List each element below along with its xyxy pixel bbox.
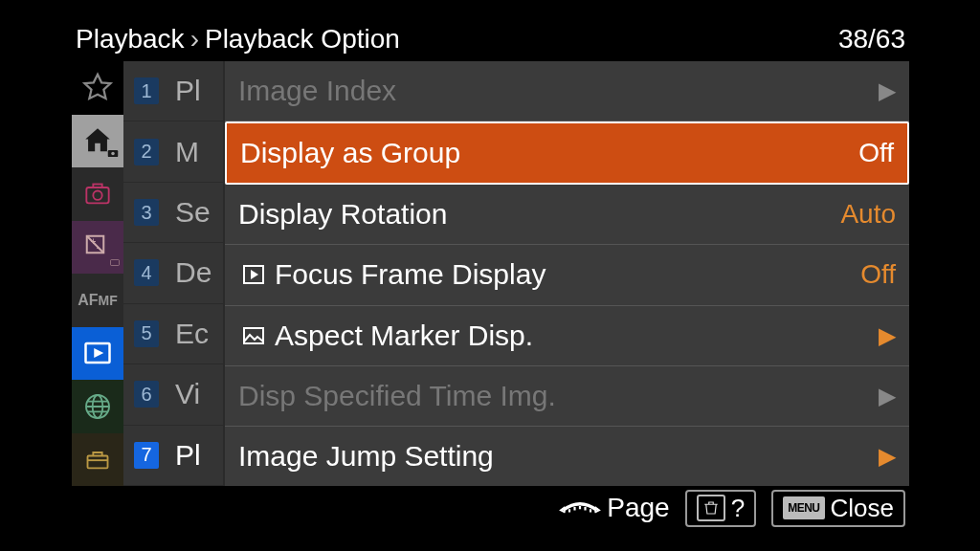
menu-icon: MENU [783,496,824,519]
breadcrumb-root: Playback [76,24,185,55]
svg-rect-14 [244,328,263,343]
trash-icon [697,495,725,521]
peek-label: Pl [169,426,223,486]
sidebar-shooting[interactable] [72,167,123,221]
subpage-3[interactable]: 3 [123,183,169,243]
globe-icon [80,389,115,424]
svg-point-1 [111,152,115,156]
footer-bar: Page ? MENU Close [72,486,909,530]
close-label: Close [831,494,894,523]
peek-label: De [169,243,223,303]
picture-icon [238,323,269,348]
svg-rect-2 [86,187,108,203]
svg-text:+: + [91,236,97,247]
category-sidebar: +- AFMF [72,61,123,486]
settings-panel: Image Index ▶ Display as Group Off Displ… [223,61,909,486]
peek-label: Ec [169,304,223,364]
chevron-right-icon: ▶ [879,322,896,349]
num-badge: 2 [134,139,159,165]
camera-badge-icon [108,254,122,272]
chevron-right-icon: ▶ [879,443,896,470]
subpage-4[interactable]: 4 [123,243,169,303]
menu-header: Playback › Playback Option 38/63 [72,21,909,61]
row-label: Display as Group [240,137,460,169]
sidebar-focus[interactable]: AFMF [72,274,123,327]
row-focus-frame-display[interactable]: Focus Frame Display Off [225,245,909,305]
subpage-5[interactable]: 5 [123,304,169,364]
svg-rect-8 [111,260,120,266]
breadcrumb: Playback › Playback Option [76,24,400,55]
num-badge: 6 [134,381,159,408]
num-badge: 7 [134,442,159,469]
row-display-as-group[interactable]: Display as Group Off [225,121,909,185]
play-box-icon [238,262,269,287]
row-label: Focus Frame Display [275,258,546,291]
menu-body: +- AFMF [72,61,909,486]
afmf-icon: AFMF [80,283,115,318]
peek-label: Se [169,183,223,243]
row-label: Aspect Marker Disp. [275,320,533,352]
num-badge: 5 [134,320,159,347]
row-label: Image Index [238,75,396,107]
chevron-right-icon: ▶ [879,77,896,104]
row-label: Disp Specified Time Img. [238,380,556,412]
toolbox-icon [80,442,115,476]
num-badge: 1 [134,77,159,104]
row-disp-specified-time-img[interactable]: Disp Specified Time Img. ▶ [225,366,909,427]
chevron-right-icon: ▶ [879,383,896,409]
row-image-index[interactable]: Image Index ▶ [225,61,909,121]
svg-text:-: - [97,242,100,253]
subpage-number-column: 1 2 3 4 5 6 7 [123,61,169,486]
row-image-jump-setting[interactable]: Image Jump Setting ▶ [225,427,909,486]
num-badge: 4 [134,259,159,286]
subpage-2[interactable]: 2 [123,121,169,182]
sidebar-main[interactable] [72,115,123,168]
row-aspect-marker-disp[interactable]: Aspect Marker Disp. ▶ [225,306,909,366]
row-value: Off [858,138,894,168]
row-value: Auto [840,199,896,230]
svg-rect-4 [93,184,101,187]
num-badge: 3 [134,199,159,226]
subpage-7[interactable]: 7 [123,426,169,486]
page-hint-label: Page [607,493,669,523]
subpage-1[interactable]: 1 [123,61,169,121]
sidebar-playback[interactable] [72,327,123,381]
subpage-6[interactable]: 6 [123,364,169,425]
svg-rect-12 [88,456,108,469]
row-display-rotation[interactable]: Display Rotation Auto [225,185,909,245]
peek-label: M [169,121,223,182]
breadcrumb-separator: › [190,24,199,55]
help-label: ? [731,494,745,523]
row-value: Off [860,259,896,290]
peek-label: Pl [169,61,223,121]
star-icon [80,71,115,105]
svg-point-3 [93,190,101,199]
sidebar-favorites[interactable] [72,61,123,115]
row-label: Display Rotation [238,198,447,231]
breadcrumb-current: Playback Option [205,24,400,55]
sidebar-exposure[interactable]: +- [72,221,123,275]
row-label: Image Jump Setting [238,440,494,473]
sidebar-setup[interactable] [72,433,123,487]
page-counter: 38/63 [838,24,905,55]
subpage-label-peek: Pl M Se De Ec Vi Pl [169,61,223,486]
page-hint: Page [559,493,669,523]
camera-menu-screen: Playback › Playback Option 38/63 [72,21,909,530]
camera-icon [80,177,115,211]
close-button[interactable]: MENU Close [771,490,905,527]
help-button[interactable]: ? [685,490,756,527]
peek-label: Vi [169,364,223,425]
play-icon [80,336,115,370]
camera-badge-icon [106,146,120,164]
sidebar-network[interactable] [72,380,123,433]
dial-icon [559,493,601,523]
